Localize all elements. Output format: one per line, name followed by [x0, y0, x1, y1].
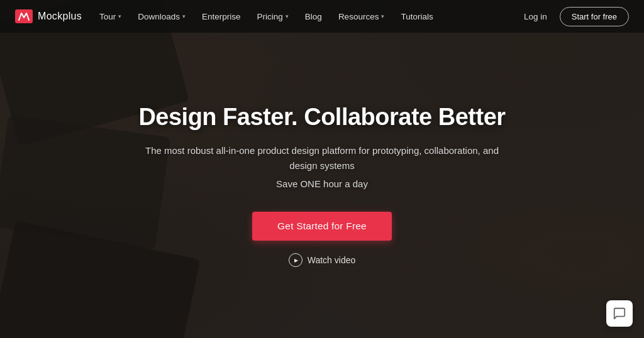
navbar: Mockplus Tour ▾ Downloads ▾ Enterprise P…: [0, 0, 644, 33]
nav-enterprise[interactable]: Enterprise: [194, 0, 248, 33]
play-icon: ▶: [289, 253, 303, 267]
nav-tutorials[interactable]: Tutorials: [393, 0, 440, 33]
chat-support-button[interactable]: [606, 300, 633, 327]
logo-icon: [15, 9, 33, 23]
nav-right: Log in Start for free: [519, 7, 629, 26]
start-for-free-button[interactable]: Start for free: [560, 7, 629, 26]
nav-tour[interactable]: Tour ▾: [92, 0, 129, 33]
watch-video-link[interactable]: ▶ Watch video: [289, 253, 356, 267]
nav-links: Tour ▾ Downloads ▾ Enterprise Pricing ▾ …: [92, 0, 519, 33]
logo-text: Mockplus: [38, 11, 82, 22]
chevron-down-icon: ▾: [286, 13, 289, 19]
hero-subtitle: The most robust all-in-one product desig…: [133, 143, 511, 173]
nav-blog[interactable]: Blog: [297, 0, 330, 33]
chat-icon: [613, 307, 626, 320]
chevron-down-icon: ▾: [118, 13, 121, 19]
login-button[interactable]: Log in: [519, 12, 552, 21]
chevron-down-icon: ▾: [182, 13, 186, 19]
watch-video-label: Watch video: [308, 255, 356, 265]
logo[interactable]: Mockplus: [15, 9, 82, 23]
chevron-down-icon: ▾: [381, 13, 384, 19]
nav-resources[interactable]: Resources ▾: [331, 0, 392, 33]
hero-section: Design Faster. Collaborate Better The mo…: [0, 33, 644, 338]
nav-downloads[interactable]: Downloads ▾: [130, 0, 193, 33]
nav-pricing[interactable]: Pricing ▾: [250, 0, 296, 33]
hero-sub2: Save ONE hour a day: [276, 178, 368, 189]
hero-title: Design Faster. Collaborate Better: [138, 104, 505, 131]
get-started-button[interactable]: Get Started for Free: [252, 212, 392, 241]
